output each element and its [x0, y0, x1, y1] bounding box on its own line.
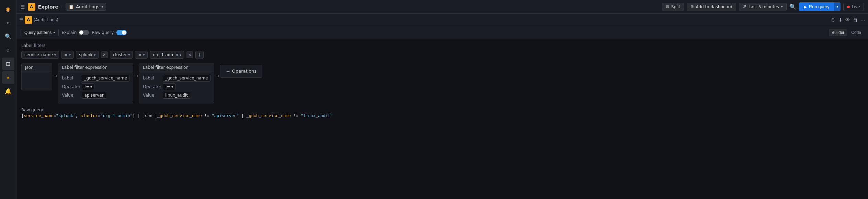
- rq-neq2: !=: [291, 114, 301, 119]
- label-filter-stage-2-content: Label _gdch_service_name Operator != ▾: [58, 72, 133, 103]
- split-button[interactable]: ⊟ Split: [662, 3, 684, 11]
- label-filters-title: Label filters: [21, 43, 863, 48]
- more-icon[interactable]: ⋯: [860, 17, 865, 23]
- add-to-dashboard-button[interactable]: ⊞ Add to dashboard: [687, 3, 736, 11]
- operations-container: → + Operations: [214, 63, 263, 79]
- builder-button[interactable]: Builder: [829, 29, 847, 36]
- add-filter-button[interactable]: +: [195, 51, 204, 59]
- lf2-operator-text: Operator: [62, 84, 80, 89]
- query-bar-label: (Audit Logs): [34, 17, 58, 22]
- toolbar-left: Query patterns ▾ Explain Raw query: [21, 29, 823, 36]
- rq-key4: _gdch_service_name: [246, 114, 291, 119]
- lf2-value-input[interactable]: apiserver: [82, 92, 106, 99]
- audit-logs-button[interactable]: 📋 Audit Logs ▾: [66, 3, 106, 11]
- content-area: Label filters service_name ▾ = ▾ splunk …: [16, 39, 868, 199]
- topbar-right: ⊟ Split ⊞ Add to dashboard ⏱ Last 5 minu…: [662, 2, 864, 11]
- inspector-icon[interactable]: 👁: [845, 17, 850, 23]
- operations-label: Operations: [232, 69, 256, 74]
- query-bar-left: ☰ A (Audit Logs): [19, 16, 829, 24]
- rq-val3: "apiserver": [212, 114, 239, 119]
- main-content: ☰ A Explore › 📋 Audit Logs ▾ ⊟ Split ⊞ A…: [16, 0, 868, 199]
- json-stage-header: Json: [22, 63, 52, 72]
- zoom-out-icon[interactable]: 🔍: [789, 3, 796, 10]
- query-bar-actions: ⏲ ⬇ 👁 🗑 ⋯: [831, 17, 865, 23]
- rq-key3: _gdch_service_name: [157, 114, 202, 119]
- lf3-label-row: Label _gdch_service_name: [143, 75, 210, 82]
- sidebar-toggle[interactable]: ‹›: [2, 16, 14, 29]
- filter1-op-select[interactable]: = ▾: [61, 51, 74, 59]
- operations-button[interactable]: + Operations: [220, 65, 262, 78]
- pipeline-arrow-2: →: [133, 73, 139, 79]
- sidebar-apps[interactable]: ⊞: [2, 58, 14, 70]
- filter2-key-select[interactable]: cluster ▾: [110, 51, 133, 59]
- filter1-key-select[interactable]: service_name ▾: [21, 51, 59, 59]
- breadcrumb-separator: ›: [61, 4, 63, 9]
- pipeline-arrow-1: →: [52, 73, 58, 79]
- json-stage-content: [22, 72, 52, 77]
- history-icon[interactable]: ⏲: [831, 17, 836, 23]
- lf2-operator-row: Operator != ▾: [62, 83, 129, 90]
- lf2-operator-select[interactable]: != ▾: [82, 83, 94, 90]
- lf3-value-input[interactable]: linux_audit: [163, 92, 190, 99]
- sidebar-menu-icon[interactable]: ☰: [21, 4, 25, 10]
- audit-logs-chevron: ▾: [101, 5, 103, 9]
- sidebar: ◉ ‹› 🔍 ☆ ⊞ ◈ 🔔: [0, 0, 16, 199]
- run-query-button[interactable]: ▶ Run query: [799, 2, 834, 11]
- pipeline-arrow-3: →: [214, 73, 220, 79]
- delete-icon[interactable]: 🗑: [853, 17, 858, 23]
- explain-button[interactable]: Explain: [61, 30, 89, 35]
- toolbar-right: Builder Code: [829, 29, 864, 36]
- sidebar-logo[interactable]: ◉: [2, 3, 14, 15]
- code-button[interactable]: Code: [848, 29, 864, 36]
- lf3-value-row: Value linux_audit: [143, 92, 210, 99]
- sidebar-alerts[interactable]: 🔔: [2, 85, 14, 97]
- filter2-op-select[interactable]: = ▾: [135, 51, 148, 59]
- lf2-label-text: Label: [62, 76, 80, 80]
- explain-toggle[interactable]: [79, 30, 89, 35]
- lf3-label-input[interactable]: _gdch_service_name: [163, 75, 210, 82]
- label-filter-stage-2-header: Label filter expression: [58, 63, 133, 72]
- filter2-value-select[interactable]: org-1-admin ▾: [150, 51, 184, 59]
- topbar-left: ☰ A Explore › 📋 Audit Logs ▾: [21, 3, 659, 11]
- sidebar-explore[interactable]: ◈: [2, 71, 14, 84]
- explore-title: Explore: [38, 4, 58, 10]
- rq-key1: service_name: [24, 114, 53, 119]
- label-filter-row: service_name ▾ = ▾ splunk ▾ ✕ cluster ▾: [21, 51, 863, 59]
- breadcrumb-icon: A: [28, 3, 35, 11]
- rq-pipe2: |: [239, 114, 247, 119]
- live-button[interactable]: ● Live: [843, 3, 864, 11]
- rq-eq1: =: [54, 114, 56, 119]
- raw-query-toggle[interactable]: [116, 30, 127, 35]
- time-chevron: ▾: [781, 5, 783, 9]
- filter1-close-button[interactable]: ✕: [101, 51, 108, 58]
- rq-neq1: !=: [202, 114, 212, 119]
- rq-comma: ,: [76, 114, 80, 119]
- raw-query-toggle-knob: [122, 30, 126, 35]
- filter2-close-button[interactable]: ✕: [186, 51, 193, 58]
- lf2-label-row: Label _gdch_service_name: [62, 75, 129, 82]
- rq-val1: "splunk": [56, 114, 76, 119]
- label-filter-stage-2: Label filter expression Label _gdch_serv…: [58, 63, 133, 103]
- label-filter-stage-3-header: Label filter expression: [139, 63, 214, 72]
- label-filters-section: Label filters service_name ▾ = ▾ splunk …: [21, 43, 863, 59]
- query-bar: ☰ A (Audit Logs) ⏲ ⬇ 👁 🗑 ⋯: [16, 14, 868, 26]
- lf2-label-input[interactable]: _gdch_service_name: [82, 75, 129, 82]
- query-bar-expand[interactable]: ☰: [19, 17, 23, 22]
- save-icon[interactable]: ⬇: [838, 17, 843, 23]
- sidebar-search[interactable]: 🔍: [2, 30, 14, 42]
- lf2-value-row: Value apiserver: [62, 92, 129, 99]
- run-query-caret-button[interactable]: ▾: [834, 2, 841, 11]
- sidebar-star[interactable]: ☆: [2, 44, 14, 56]
- label-filter-stage-3: Label filter expression Label _gdch_serv…: [139, 63, 214, 103]
- rq-pipe1: | json |: [138, 114, 158, 119]
- lf3-value-text: Value: [143, 93, 161, 98]
- time-range-button[interactable]: ⏱ Last 5 minutes ▾: [739, 3, 787, 11]
- lf3-label-text: Label: [143, 76, 161, 80]
- topbar: ☰ A Explore › 📋 Audit Logs ▾ ⊟ Split ⊞ A…: [16, 0, 868, 14]
- query-patterns-chevron: ▾: [53, 30, 55, 34]
- rq-val2: "org-1-admin": [100, 114, 133, 119]
- query-patterns-button[interactable]: Query patterns ▾: [21, 29, 59, 36]
- lf3-operator-text: Operator: [143, 84, 161, 89]
- filter1-value-select[interactable]: splunk ▾: [76, 51, 99, 59]
- lf3-operator-select[interactable]: != ▾: [163, 83, 175, 90]
